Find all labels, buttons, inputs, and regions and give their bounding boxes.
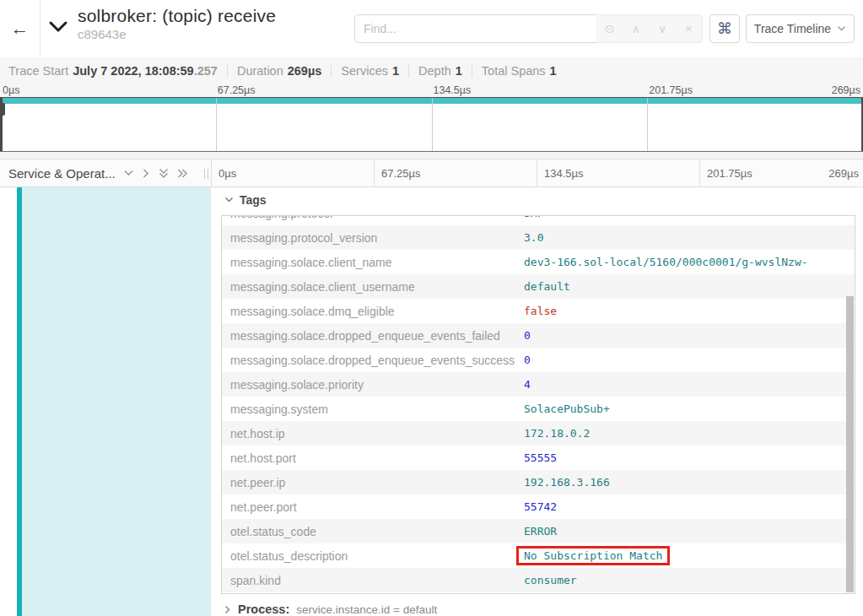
trace-title-block: solbroker: (topic) receive c89643e (78, 6, 276, 41)
scrubber-grip[interactable] (0, 103, 5, 116)
summary-label: Duration (237, 64, 283, 78)
page-title: solbroker: (topic) receive (78, 6, 276, 26)
tags-scrollbar-thumb[interactable] (846, 296, 854, 592)
summary-label: Services (341, 64, 388, 78)
summary-value: 269µs (288, 64, 322, 78)
tag-key: messaging.solace.dropped_enqueue_events_… (222, 329, 524, 343)
span-detail-area: Tags messaging.protocol SMF messaging.pr… (0, 187, 863, 616)
trace-collapse-toggle[interactable] (48, 20, 68, 34)
page-header: ← solbroker: (topic) receive c89643e ⊙ ∧… (0, 0, 863, 57)
tag-row: net.peer.port 55742 (222, 494, 855, 519)
tags-section-toggle[interactable]: Tags (224, 193, 267, 207)
summary-value: 1 (456, 64, 462, 78)
minimap-gridline (647, 98, 648, 151)
summary-label: Depth (418, 64, 451, 78)
error-highlight-annotation: No Subscription Match (516, 546, 670, 565)
tag-row: messaging.solace.dropped_enqueue_events_… (222, 348, 855, 372)
chevron-down-icon (48, 20, 68, 34)
tag-value: dev3-166.sol-local/5160/000c0001/g-wvslN… (524, 256, 808, 268)
selected-span-row-highlight[interactable] (22, 187, 211, 616)
process-section-label: Process: (238, 602, 289, 616)
divider (227, 65, 228, 78)
tag-row: net.peer.ip 192.168.3.166 (222, 470, 855, 494)
tag-key: messaging.system (222, 403, 524, 416)
back-button[interactable]: ← (0, 0, 40, 57)
tag-value: 3.0 (524, 231, 543, 244)
double-chevron-down-icon[interactable] (158, 168, 170, 179)
summary-label: Total Spans (482, 64, 546, 78)
summary-value: July 7 2022, 18:08:59 (73, 64, 194, 78)
divider (331, 65, 332, 78)
trace-summary-bar: Trace Start July 7 2022, 18:08:59.257 Du… (0, 57, 863, 84)
tag-value: 55555 (524, 451, 557, 464)
service-operation-header: Service & Operat... (0, 159, 211, 186)
timeline-tick-header: 134.5µs (537, 159, 699, 186)
view-selector-label: Trace Timeline (754, 22, 831, 35)
minimap-gridline (432, 98, 433, 151)
tag-value: 4 (524, 378, 531, 391)
tag-value: false (524, 305, 557, 317)
chevron-right-icon (224, 605, 231, 614)
chevron-down-icon (837, 25, 846, 32)
tag-value: ERROR (524, 525, 557, 538)
keyboard-shortcuts-button[interactable]: ⌘ (709, 14, 740, 43)
trace-id: c89643e (78, 27, 276, 41)
tag-row: messaging.solace.client_name dev3-166.so… (222, 250, 855, 274)
minimap-tick: 269µs (832, 84, 860, 96)
tag-row: messaging.solace.dmq_eligible false (222, 299, 855, 323)
tag-row: messaging.protocol SMF (222, 215, 855, 225)
find-prev-icon[interactable]: ∧ (628, 20, 645, 37)
tag-value: 192.168.3.166 (524, 476, 610, 489)
span-detail-panel: Tags messaging.protocol SMF messaging.pr… (211, 187, 863, 616)
tag-value: SMF (524, 215, 543, 219)
tag-key: otel.status_code (222, 525, 524, 538)
minimap-gridline (216, 98, 217, 151)
find-controls: ⊙ ∧ ∨ × (596, 14, 703, 43)
minimap-tick: 201.75µs (649, 84, 693, 96)
spacer (0, 152, 863, 159)
tag-value: SolacePubSub+ (524, 403, 610, 415)
process-section-toggle[interactable]: Process: service.instance.id = default (224, 602, 437, 616)
tag-key: messaging.protocol_version (222, 231, 524, 245)
column-resize-handle[interactable] (204, 169, 208, 179)
service-operation-label: Service & Operat... (8, 166, 116, 181)
tag-value: 0 (524, 354, 531, 366)
view-selector-button[interactable]: Trace Timeline (746, 14, 855, 43)
find-close-icon[interactable]: × (680, 20, 697, 37)
tag-value: 55742 (524, 500, 557, 513)
tag-key: messaging.solace.client_username (222, 280, 524, 294)
find-next-icon[interactable]: ∨ (654, 20, 671, 37)
divider (408, 65, 409, 78)
find-input[interactable] (354, 14, 597, 43)
minimap-ruler: 0µs 67.25µs 134.5µs 201.75µs 269µs (0, 84, 863, 97)
minimap-left-scrubber[interactable] (0, 98, 3, 151)
tags-table: messaging.protocol SMF messaging.protoco… (221, 215, 855, 594)
minimap-tick: 67.25µs (218, 84, 256, 96)
tag-value: default (524, 280, 570, 293)
tag-row: net.host.ip 172.18.0.2 (222, 421, 855, 446)
chevron-down-icon[interactable] (123, 169, 134, 177)
chevron-down-icon (224, 197, 234, 203)
tag-key: net.peer.port (222, 500, 524, 514)
trace-timeline-page: ← solbroker: (topic) receive c89643e ⊙ ∧… (0, 0, 863, 616)
summary-value: 1 (550, 64, 557, 78)
tag-row: net.host.port 55555 (222, 446, 855, 470)
timeline-column-header: Service & Operat... 0µs 67.25µs 134.5µs … (0, 159, 863, 187)
process-summary: service.instance.id = default (296, 603, 437, 616)
tag-row: messaging.system SolacePubSub+ (222, 397, 855, 421)
tag-row: messaging.solace.client_username default (222, 274, 855, 299)
tag-key: net.host.port (222, 451, 524, 465)
tag-row: otel.status_code ERROR (222, 519, 855, 543)
tag-key: net.peer.ip (222, 476, 524, 489)
tag-row: messaging.solace.dropped_enqueue_events_… (222, 323, 855, 348)
divider (472, 65, 472, 78)
locate-icon[interactable]: ⊙ (601, 20, 618, 37)
tag-row: messaging.protocol_version 3.0 (222, 225, 855, 250)
tag-value: consumer (524, 574, 577, 586)
tag-key: otel.status_description (222, 549, 524, 563)
tag-value: 0 (524, 329, 531, 342)
double-chevron-right-icon[interactable] (177, 168, 189, 179)
chevron-right-icon[interactable] (142, 168, 150, 179)
trace-minimap[interactable] (0, 97, 863, 152)
tag-key: messaging.solace.dropped_enqueue_events_… (222, 354, 524, 367)
